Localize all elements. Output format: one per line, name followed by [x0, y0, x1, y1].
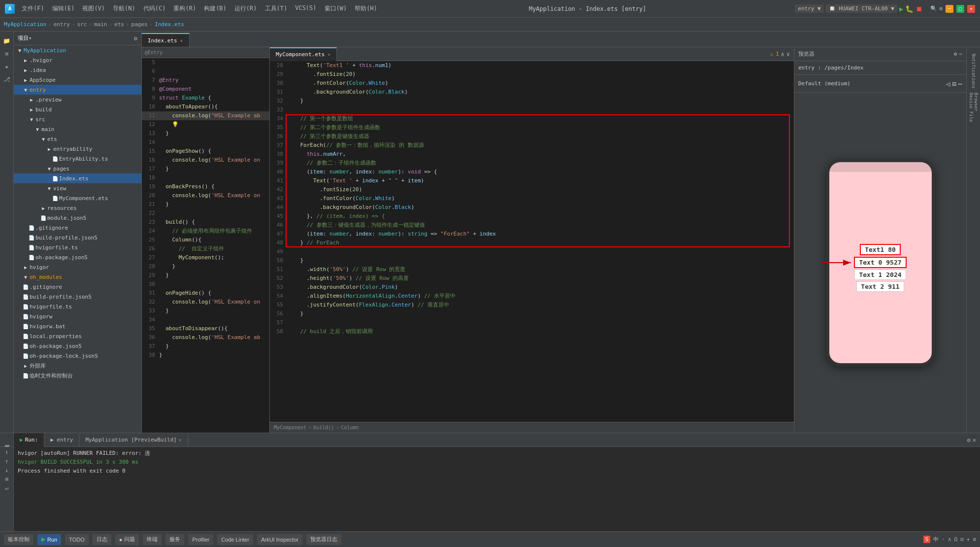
close-button[interactable]: ✕ — [967, 5, 975, 13]
tree-index-ets[interactable]: 📄 Index.ets — [14, 173, 141, 183]
tree-preview[interactable]: ▶ .preview — [14, 95, 141, 104]
tree-build[interactable]: ▶ build — [14, 104, 141, 114]
tree-view[interactable]: ▼ view — [14, 183, 141, 193]
tree-root-gitignore[interactable]: 📄 .gitignore — [14, 282, 141, 292]
previewbuild-close-icon[interactable]: ✕ — [179, 437, 182, 443]
run-tab[interactable]: ▶ Run: — [14, 433, 44, 447]
device-config[interactable]: 🔲 HUAWEI CTR-AL00 ▼ — [826, 4, 897, 13]
tree-entryability-ts[interactable]: 📄 EntryAbility.ts — [14, 154, 141, 164]
search-btn[interactable]: 🔍 — [930, 5, 937, 12]
tree-ets[interactable]: ▼ ets — [14, 134, 141, 144]
run-filter-icon[interactable]: ≡ — [5, 476, 8, 482]
menu-refactor[interactable]: 重构(R) — [170, 3, 199, 14]
menu-edit[interactable]: 编辑(E) — [49, 3, 78, 14]
tree-appscope[interactable]: ▶ AppScope — [14, 75, 141, 85]
code-linter-button[interactable]: Code Linter — [217, 534, 253, 545]
todo-button[interactable]: TODO — [65, 534, 89, 545]
issues-button[interactable]: ● 问题 — [115, 534, 139, 545]
tree-root-build-profile[interactable]: 📄 build-profile.json5 — [14, 292, 141, 302]
tree-hvigor-root[interactable]: ▶ hvigor — [14, 262, 141, 272]
tree-temp-files[interactable]: 📄 临时文件和控制台 — [14, 371, 141, 380]
run-scroll-down-icon[interactable]: ↓ — [5, 467, 8, 474]
preview-settings-icon[interactable]: ⚙ — [954, 51, 957, 57]
breadcrumb-pages[interactable]: pages — [131, 21, 148, 28]
menu-run[interactable]: 运行(R) — [231, 3, 260, 14]
favorites-tab[interactable]: ★ — [1, 61, 12, 72]
bookmarks-side-tab[interactable]: 书签 — [0, 433, 14, 447]
settings-icon[interactable]: ⚙ — [967, 437, 971, 444]
menu-build[interactable]: 构建(B) — [201, 3, 229, 14]
log-button[interactable]: 日志 — [93, 534, 111, 545]
run-button[interactable]: ▶ Run — [37, 534, 61, 545]
scroll-up[interactable]: ∧ — [781, 51, 784, 58]
structure-tab[interactable]: ≡ — [1, 48, 12, 59]
tree-local-props[interactable]: 📄 local.properties — [14, 331, 141, 341]
sidebar-gear-icon[interactable]: ⚙ — [134, 35, 137, 42]
scroll-down[interactable]: ∨ — [786, 51, 790, 58]
tree-hvigorw[interactable]: 📄 hvigorw — [14, 311, 141, 321]
version-control-button[interactable]: 板本控制 — [4, 534, 33, 545]
breadcrumb-ets[interactable]: ets — [114, 21, 124, 28]
debug-btn[interactable]: 🐛 — [905, 5, 914, 13]
terminal-button[interactable]: 终端 — [143, 534, 162, 545]
tree-oh-package[interactable]: 📄 oh-package.json5 — [14, 252, 141, 262]
preview-home-icon[interactable]: ⊡ — [952, 80, 956, 88]
tab-close-mycomponent[interactable]: ✕ — [327, 52, 330, 57]
right-editor-scroll[interactable]: 28 Text('Text1 ' + this.num1) 29 .fontSi… — [270, 61, 794, 422]
menu-view[interactable]: 视图(V) — [79, 3, 108, 14]
tree-hvigor[interactable]: ▶ .hvigor — [14, 55, 141, 65]
services-button[interactable]: 服务 — [165, 534, 184, 545]
close-bottom-icon[interactable]: ✕ — [973, 437, 976, 444]
menu-window[interactable]: 窗口(W) — [322, 3, 350, 14]
tree-oh-modules[interactable]: ▼ oh_modules — [14, 272, 141, 282]
previewbuild-tab[interactable]: MyApplication [PreviewBuild] ✕ — [79, 433, 188, 447]
run-wrap-icon[interactable]: ↵ — [5, 484, 8, 491]
breadcrumb-src[interactable]: src — [77, 21, 87, 28]
tree-main[interactable]: ▼ main — [14, 124, 141, 134]
device-file-browser-tab[interactable]: Device File Browser — [968, 93, 979, 132]
tree-build-profile[interactable]: 📄 build-profile.json5 — [14, 233, 141, 242]
notifications-tab[interactable]: Notifications — [968, 51, 979, 91]
tree-idea[interactable]: ▶ .idea — [14, 65, 141, 75]
maximize-button[interactable]: □ — [956, 5, 964, 13]
tree-hvigorw-bat[interactable]: 📄 hvigorw.bat — [14, 321, 141, 331]
stop-btn[interactable]: ⏹ — [915, 5, 922, 13]
preview-more-options-icon[interactable]: ⋯ — [958, 80, 962, 88]
tab-close-index[interactable]: ✕ — [180, 38, 183, 43]
menu-help[interactable]: 帮助(H) — [352, 3, 380, 14]
preview-back-icon[interactable]: ◁ — [946, 80, 950, 88]
run-restart-icon[interactable]: ↑ — [5, 449, 8, 456]
minimize-button[interactable]: ─ — [946, 5, 953, 13]
preview-log-button[interactable]: 预览器日志 — [306, 534, 341, 545]
tree-entry[interactable]: ▼ entry — [14, 85, 141, 95]
tree-hvigorfile[interactable]: 📄 hvigorfile.ts — [14, 242, 141, 252]
menu-nav[interactable]: 导航(N) — [110, 3, 138, 14]
menu-tools[interactable]: 工具(T) — [262, 3, 291, 14]
project-tab[interactable]: 📁 — [1, 35, 12, 46]
arkui-inspector-button[interactable]: ArkUI Inspector — [257, 534, 302, 545]
tab-mycomponent[interactable]: MyComponent.ets ✕ — [270, 47, 337, 61]
menu-vcs[interactable]: VCS(S) — [292, 3, 319, 14]
tree-pages[interactable]: ▼ pages — [14, 164, 141, 173]
breadcrumb-main[interactable]: main — [94, 21, 107, 28]
settings-btn[interactable]: ⚙ — [939, 5, 943, 12]
tree-mycomponent[interactable]: 📄 MyComponent.ets — [14, 193, 141, 203]
breadcrumb-entry[interactable]: entry — [54, 21, 70, 28]
tree-external-libs[interactable]: ▶ 外部库 — [14, 361, 141, 371]
run-config[interactable]: entry ▼ — [795, 4, 823, 13]
entry-tab[interactable]: ▶ entry — [44, 433, 79, 447]
breadcrumb-app[interactable]: MyApplication — [4, 21, 46, 28]
tree-root[interactable]: ▼ MyApplication — [14, 45, 141, 55]
tree-module-json[interactable]: 📄 module.json5 — [14, 213, 141, 223]
tab-index-ets[interactable]: Index.ets ✕ — [142, 33, 190, 47]
tree-gitignore[interactable]: 📄 .gitignore — [14, 223, 141, 233]
menu-code[interactable]: 代码(C) — [140, 3, 169, 14]
run-btn[interactable]: ▶ — [899, 5, 903, 13]
tree-entryability[interactable]: ▶ entryability — [14, 144, 141, 154]
vcs-tab[interactable]: ⎇ — [1, 74, 12, 85]
tree-oh-package-lock[interactable]: 📄 oh-package-lock.json5 — [14, 351, 141, 361]
tree-root-hvigorfile[interactable]: 📄 hvigorfile.ts — [14, 302, 141, 311]
tree-resources[interactable]: ▶ resources — [14, 203, 141, 213]
tree-root-oh-package[interactable]: 📄 oh-package.json5 — [14, 341, 141, 351]
run-scroll-up-icon[interactable]: ↑ — [5, 458, 8, 465]
